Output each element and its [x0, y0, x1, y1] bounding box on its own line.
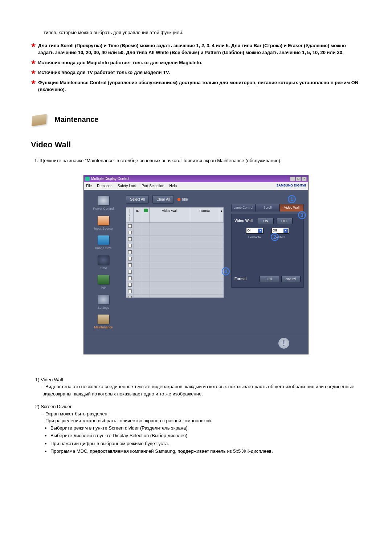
maximize-button[interactable]: □	[296, 177, 301, 181]
menu-help[interactable]: Help	[169, 183, 177, 189]
input-icon	[98, 216, 109, 225]
sidebar-item-pip[interactable]: PIP	[98, 275, 109, 291]
sidebar-item-input-source[interactable]: Input Source	[94, 216, 113, 231]
footer: !	[84, 334, 308, 354]
idle-label: Idle	[182, 197, 188, 202]
table-body	[126, 223, 224, 297]
horizontal-caption: Horizontal	[248, 235, 261, 239]
table-row[interactable]	[126, 262, 224, 268]
idle-dot-icon	[177, 198, 180, 201]
section-heading-row: Maintenance	[29, 111, 361, 128]
bottom-item-1: 1) Video Wall - Видеостена это несколько…	[35, 376, 361, 398]
power-icon	[98, 196, 109, 205]
list-item: При нажатии цифры в выбранном режиме буд…	[50, 440, 361, 447]
col-format: Format	[190, 208, 219, 222]
col-video-wall: Video Wall	[150, 208, 190, 222]
brand-text: SAMSUNG DIGITall	[276, 183, 306, 189]
star-note-list: Для типа Scroll (Прокрутка) и Time (Врем…	[31, 42, 361, 93]
app-logo-icon	[85, 177, 90, 181]
image-size-icon	[98, 235, 109, 245]
format-full-button[interactable]: Full	[260, 276, 279, 282]
titlebar: Multiple Display Control _ □ ×	[84, 175, 308, 182]
table-row[interactable]	[126, 236, 224, 242]
table-row[interactable]	[126, 275, 224, 282]
table-row[interactable]	[126, 282, 224, 288]
col-check[interactable]	[126, 208, 134, 222]
table-row[interactable]	[126, 288, 224, 295]
pip-icon	[98, 275, 109, 284]
maintenance-box-icon	[29, 111, 51, 128]
star-note: Источник ввода для MagicInfo работает то…	[31, 59, 361, 66]
menu-file[interactable]: File	[86, 183, 92, 189]
minimize-button[interactable]: _	[290, 177, 295, 181]
window-title: Multiple Display Control	[91, 176, 129, 181]
bottom-item-1-title: 1) Video Wall	[35, 376, 361, 383]
callout-3: 3	[298, 211, 306, 219]
sidebar-item-label: Maintenance	[94, 325, 113, 330]
sidebar-item-label: Settings	[98, 305, 110, 311]
bottom-item-2-line1: - Экран может быть разделен.	[35, 410, 361, 418]
sidebar-item-time[interactable]: Time	[98, 255, 109, 271]
sidebar-item-label: Power Control	[93, 206, 114, 212]
format-label: Format	[234, 276, 257, 282]
format-natural-button[interactable]: Natural	[281, 276, 301, 282]
chevron-down-icon: ▾	[283, 229, 288, 233]
video-wall-panel: Video Wall ON OFF Off ▾ Horizontal	[231, 214, 304, 288]
table-row[interactable]	[126, 249, 224, 255]
list-item: Выберите режим в пункте Screen divider (…	[50, 424, 361, 432]
vertical-value: Off	[273, 228, 277, 233]
callout-1: 1	[288, 195, 296, 203]
select-all-button[interactable]: Select All	[126, 195, 149, 204]
callout-4: 4	[222, 267, 230, 275]
sidebar-item-label: PIP	[101, 286, 106, 291]
table-row[interactable]	[126, 229, 224, 236]
sidebar-item-label: Input Source	[94, 226, 113, 231]
menubar: File Remocon Safety Lock Port Selection …	[84, 182, 308, 190]
bottom-item-2-line2: При разделении можно выбрать количество …	[35, 417, 361, 424]
video-wall-heading: Video Wall	[31, 139, 361, 151]
clear-all-button[interactable]: Clear All	[152, 195, 174, 204]
intro-item: Щелкните на значке "Maintenance" в столб…	[40, 157, 361, 164]
sidebar-item-image-size[interactable]: Image Size	[95, 235, 111, 251]
display-table: ID Video Wall Format ▴	[126, 207, 224, 298]
sidebar-item-power-control[interactable]: Power Control	[93, 196, 114, 212]
menu-remocon[interactable]: Remocon	[97, 183, 113, 189]
videowall-label: Video Wall	[234, 218, 258, 223]
close-button[interactable]: ×	[302, 177, 307, 181]
star-note: Функция Maintenance Control (управление …	[31, 79, 361, 93]
table-row[interactable]	[126, 223, 224, 229]
sidebar-item-settings[interactable]: Settings	[98, 295, 110, 311]
top-partial-line: типов, которые можно выбрать для управле…	[44, 29, 361, 36]
bottom-item-1-body: - Видеостена это несколько соединенных в…	[35, 383, 361, 397]
tab-lamp-control[interactable]: Lamp Control	[231, 204, 256, 212]
table-row[interactable]	[126, 295, 224, 297]
col-id: ID	[134, 208, 142, 222]
bottom-description-list: 1) Video Wall - Видеостена это несколько…	[31, 376, 361, 455]
list-item: Выберите дисплей в пункте Display Select…	[50, 432, 361, 439]
videowall-off-button[interactable]: OFF	[277, 218, 293, 224]
tab-scroll[interactable]: Scroll	[256, 204, 280, 212]
star-note: Источник ввода для TV работает только дл…	[31, 69, 361, 76]
chevron-down-icon: ▾	[258, 229, 262, 233]
time-icon	[98, 255, 109, 265]
idle-status: Idle	[177, 197, 188, 202]
center-pane: Select All Clear All Idle ID Video Wall …	[123, 190, 227, 334]
col-status-icon	[142, 208, 150, 222]
menu-port-selection[interactable]: Port Selection	[142, 183, 164, 189]
sidebar: Power Control Input Source Image Size Ti…	[84, 190, 123, 334]
table-row[interactable]	[126, 268, 224, 275]
table-row[interactable]	[126, 242, 224, 249]
list-item: Программа MDC, предоставляемая компанией…	[50, 448, 361, 455]
mdc-window: Multiple Display Control _ □ × File Remo…	[83, 175, 309, 354]
menu-safety-lock[interactable]: Safety Lock	[118, 183, 136, 189]
scroll-up[interactable]: ▴	[219, 208, 224, 222]
info-icon[interactable]: !	[278, 338, 289, 349]
videowall-on-button[interactable]: ON	[258, 218, 274, 224]
sidebar-item-label: Time	[100, 266, 107, 271]
sidebar-item-maintenance[interactable]: Maintenance	[94, 315, 113, 330]
settings-icon	[98, 295, 109, 304]
tab-video-wall[interactable]: Video Wall	[279, 204, 304, 212]
callout-2: 2	[271, 233, 279, 241]
table-row[interactable]	[126, 255, 224, 262]
horizontal-select[interactable]: Off ▾	[246, 228, 264, 234]
